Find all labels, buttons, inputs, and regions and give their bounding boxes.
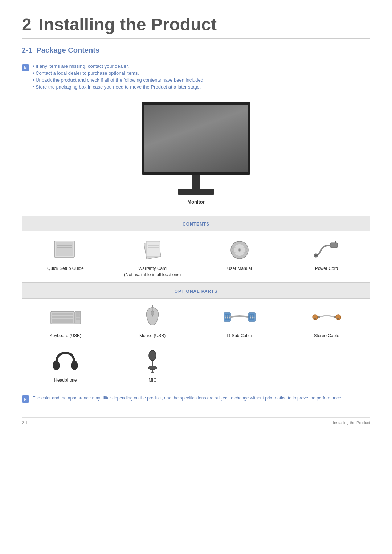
- quick-setup-guide-image: [26, 237, 105, 263]
- monitor-section: Monitor: [22, 102, 370, 205]
- note-item-4: Store the packaging box in case you need…: [33, 84, 205, 90]
- optional-table: OPTIONAL PARTS: [22, 283, 370, 389]
- note-item-1: If any items are missing, contact your d…: [33, 63, 205, 69]
- optional-header: OPTIONAL PARTS: [22, 283, 370, 298]
- keyboard-image: [26, 304, 105, 330]
- user-manual-label: User Manual: [200, 266, 279, 272]
- svg-point-62: [151, 371, 154, 373]
- optional-item-keyboard: Keyboard (USB): [22, 298, 109, 343]
- svg-point-47: [252, 317, 253, 318]
- monitor-stand-neck: [192, 175, 200, 189]
- contents-header: CONTENTS: [22, 216, 370, 231]
- quick-setup-guide-label: Quick Setup Guide: [26, 266, 105, 272]
- svg-rect-17: [330, 243, 338, 248]
- optional-item-dsub: D-Sub Cable: [196, 298, 283, 343]
- note-block: N If any items are missing, contact your…: [22, 63, 370, 91]
- page-footer-left: 2-1: [22, 420, 28, 425]
- svg-rect-25: [52, 319, 73, 321]
- svg-point-15: [239, 249, 240, 251]
- svg-point-48: [253, 317, 254, 318]
- svg-rect-28: [76, 312, 80, 315]
- svg-point-38: [225, 317, 226, 318]
- optional-item-mic: MIC: [109, 343, 196, 388]
- contents-item-warranty-card: Warranty Card(Not available in all locat…: [109, 231, 196, 283]
- svg-rect-29: [76, 315, 80, 317]
- contents-item-user-manual: User Manual: [196, 231, 283, 283]
- svg-point-57: [53, 361, 60, 370]
- footer-note-icon: N: [22, 395, 29, 403]
- user-manual-image: [200, 237, 279, 263]
- svg-point-46: [250, 317, 251, 318]
- section-title: Package Contents: [37, 46, 99, 54]
- page-header: 2 Installing the Product: [22, 15, 370, 39]
- svg-rect-53: [334, 316, 336, 318]
- mic-icon: [142, 349, 163, 374]
- empty-image-1: [200, 349, 279, 374]
- power-cord-label: Power Cord: [287, 266, 366, 272]
- svg-point-40: [229, 317, 230, 318]
- monitor-image: [138, 102, 254, 196]
- svg-point-49: [313, 315, 318, 320]
- svg-point-60: [148, 366, 157, 370]
- svg-rect-24: [52, 316, 73, 318]
- svg-point-43: [250, 315, 251, 316]
- power-cord-image: [287, 237, 366, 263]
- warranty-card-label: Warranty Card(Not available in all locat…: [113, 266, 192, 278]
- stereo-cable-icon: [312, 306, 341, 328]
- optional-item-headphone: Headphone: [22, 343, 109, 388]
- headphone-label: Headphone: [26, 377, 105, 383]
- svg-point-36: [227, 315, 228, 316]
- dsub-cable-image: [200, 304, 279, 330]
- warranty-card-image: [113, 237, 192, 263]
- empty-image-2: [287, 349, 366, 374]
- svg-point-35: [225, 315, 226, 316]
- headphone-image: [26, 349, 105, 374]
- svg-rect-26: [52, 321, 73, 323]
- svg-rect-3: [56, 242, 73, 256]
- chapter-number: 2: [22, 15, 32, 34]
- svg-rect-30: [76, 318, 80, 320]
- keyboard-label: Keyboard (USB): [26, 333, 105, 339]
- section-number: 2-1: [22, 46, 32, 54]
- mic-label: MIC: [113, 377, 192, 383]
- monitor-screen-inner: [144, 105, 248, 172]
- svg-point-21: [315, 255, 317, 256]
- svg-point-45: [253, 315, 254, 316]
- footer-note: N The color and the appearance may diffe…: [22, 395, 370, 403]
- stereo-cable-image: [287, 304, 366, 330]
- svg-point-39: [227, 317, 228, 318]
- svg-rect-50: [318, 316, 320, 318]
- note-item-3: Unpack the product and check if all of t…: [33, 77, 205, 83]
- svg-rect-23: [52, 313, 73, 315]
- stereo-cable-label: Stereo Cable: [287, 333, 366, 339]
- note-item-2: Contact a local dealer to purchase optio…: [33, 70, 205, 76]
- svg-point-32: [151, 311, 154, 316]
- optional-item-empty2: [283, 343, 370, 388]
- note-list: If any items are missing, contact your d…: [33, 63, 205, 91]
- svg-text:N: N: [24, 397, 26, 401]
- svg-point-59: [149, 350, 156, 361]
- mouse-image: [113, 304, 192, 330]
- warranty-card-icon: [140, 239, 165, 261]
- user-manual-icon: [227, 239, 252, 261]
- optional-item-empty1: [196, 343, 283, 388]
- svg-rect-42: [249, 314, 254, 320]
- contents-item-quick-setup-guide: Quick Setup Guide: [22, 231, 109, 283]
- page-footer-right: Installing the Product: [333, 420, 370, 425]
- mic-image: [113, 349, 192, 374]
- monitor-stand-base: [178, 189, 214, 195]
- page-footer: 2-1 Installing the Product: [22, 417, 370, 425]
- headphone-icon: [53, 350, 78, 374]
- chapter-title: Installing the Product: [38, 15, 217, 34]
- svg-rect-8: [146, 241, 160, 257]
- contents-table: CONTENTS Quick Setup Guide: [22, 216, 370, 283]
- svg-text:N: N: [24, 66, 26, 70]
- monitor-screen: [142, 102, 250, 175]
- mouse-label: Mouse (USB): [113, 333, 192, 339]
- note-icon: N: [22, 64, 29, 71]
- power-cord-icon: [312, 239, 341, 261]
- svg-rect-34: [225, 314, 230, 320]
- dsub-cable-icon: [223, 306, 256, 328]
- keyboard-icon: [49, 307, 82, 327]
- dsub-cable-label: D-Sub Cable: [200, 333, 279, 339]
